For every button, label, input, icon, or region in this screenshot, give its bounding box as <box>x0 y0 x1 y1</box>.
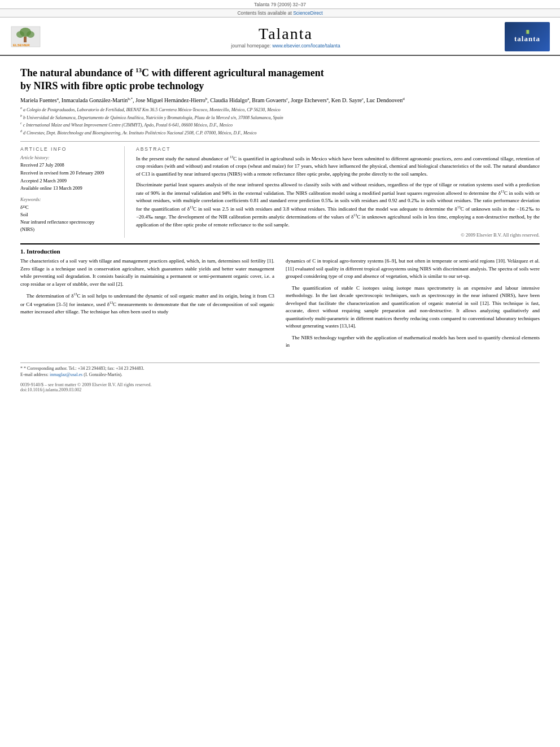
keywords-label: Keywords: <box>20 196 117 202</box>
talanta-logo: 📗 talanta <box>505 22 550 51</box>
affiliation-d: d d Cinvestav, Dept. Biotechnology and B… <box>20 129 540 137</box>
abstract-column: ABSTRACT In the present study the natura… <box>136 146 540 238</box>
article-info-abstract: ARTICLE INFO Article history: Received 2… <box>20 146 540 238</box>
svg-text:ELSEVIER: ELSEVIER <box>13 43 30 47</box>
issn-line: 0039-9140/$ – see front matter © 2009 El… <box>20 382 540 387</box>
intro-para-4: The quantification of stable C isotopes … <box>286 285 540 330</box>
footnote-corresponding: * * Corresponding author. Tel.: +34 23 2… <box>20 365 540 372</box>
divider-1 <box>20 141 540 142</box>
page: Talanta 79 (2009) 32–37 Contents lists a… <box>0 0 560 747</box>
title-superscript: 13 <box>135 67 142 73</box>
affiliation-a: a a Colegio de Postgraduados, Laboratori… <box>20 106 540 113</box>
journal-header: Talanta 79 (2009) 32–37 Contents lists a… <box>0 0 560 56</box>
abstract-para-2: Discriminate partial least squares analy… <box>136 181 540 229</box>
received-date: Received 27 July 2008 <box>20 162 117 169</box>
journal-title-area: Talanta journal homepage: www.elsevier.c… <box>67 25 505 49</box>
svg-point-3 <box>27 31 34 38</box>
title-part1: The natural abundance of <box>20 67 135 78</box>
keywords-section: Keywords: δ¹³C Soil Near infrared reflec… <box>20 196 117 233</box>
intro-para-2: The determination of δ13C in soil helps … <box>20 292 274 316</box>
divider-2 <box>20 243 540 244</box>
email-label-text: E-mail address: <box>20 372 49 377</box>
talanta-logo-text: talanta <box>514 34 540 43</box>
article-title: The natural abundance of 13C with differ… <box>20 66 540 93</box>
contents-label: Contents lists available at <box>237 10 291 16</box>
body-columns: The characteristics of a soil vary with … <box>20 257 540 353</box>
copyright: © 2009 Elsevier B.V. All rights reserved… <box>136 232 540 238</box>
history-label: Article history: <box>20 155 117 160</box>
article-body: The natural abundance of 13C with differ… <box>0 56 560 401</box>
intro-para-3: dynamics of C in tropical agro-forestry … <box>286 257 540 281</box>
footnotes: * * Corresponding author. Tel.: +34 23 2… <box>20 362 540 378</box>
keyword-2: Soil <box>20 211 117 219</box>
section-1-title: 1. Introduction <box>20 248 540 255</box>
body-col-left: The characteristics of a soil vary with … <box>20 257 274 353</box>
available-date: Available online 13 March 2009 <box>20 185 117 192</box>
svg-rect-4 <box>24 37 27 42</box>
email-link[interactable]: inmaglaz@usal.es <box>50 372 82 377</box>
body-col-right: dynamics of C in tropical agro-forestry … <box>286 257 540 353</box>
article-info-heading: ARTICLE INFO <box>20 146 117 152</box>
authors-line: Mariela Fuentesa, Inmaculada González-Ma… <box>20 97 540 103</box>
elsevier-logo: ELSEVIER <box>10 25 67 48</box>
affiliation-c: c c International Maize and Wheat Improv… <box>20 121 540 129</box>
sciencedirect-link[interactable]: ScienceDirect <box>293 10 322 16</box>
intro-para-1: The characteristics of a soil vary with … <box>20 257 274 288</box>
accepted-date: Accepted 2 March 2009 <box>20 178 117 185</box>
svg-point-2 <box>16 31 24 38</box>
journal-homepage: journal homepage: www.elsevier.com/locat… <box>67 43 505 49</box>
homepage-label: journal homepage: <box>231 43 272 49</box>
abstract-text: In the present study the natural abundan… <box>136 155 540 229</box>
homepage-link[interactable]: www.elsevier.com/locate/talanta <box>272 43 340 49</box>
article-info-column: ARTICLE INFO Article history: Received 2… <box>20 146 125 238</box>
title-line2: by NIRS with fibre optic probe technolog… <box>20 80 204 91</box>
talanta-logo-top: 📗 <box>525 30 530 34</box>
journal-name: Talanta <box>67 25 505 43</box>
keyword-1: δ¹³C <box>20 204 117 211</box>
affiliation-b: b b Universidad de Salamanca, Departamen… <box>20 113 540 121</box>
intro-para-5: The NIRS technology together with the ap… <box>286 334 540 350</box>
abstract-para-1: In the present study the natural abundan… <box>136 155 540 178</box>
abstract-heading: ABSTRACT <box>136 146 540 152</box>
issue-info: Talanta 79 (2009) 32–37 <box>254 2 306 7</box>
title-part2: C with different agricultural management <box>142 67 324 78</box>
doi-line: doi:10.1016/j.talanta.2009.03.002 <box>20 387 540 392</box>
footer-ids: 0039-9140/$ – see front matter © 2009 El… <box>20 382 540 392</box>
email-suffix: (I. González-Martín). <box>84 372 123 377</box>
revised-date: Received in revised form 20 February 200… <box>20 170 117 177</box>
footnote-email: E-mail address: inmaglaz@usal.es (I. Gon… <box>20 372 540 378</box>
corresponding-author-text: * Corresponding author. Tel.: +34 23 294… <box>24 366 144 371</box>
elsevier-tree-icon: ELSEVIER <box>10 25 41 48</box>
affiliations: a a Colegio de Postgraduados, Laboratori… <box>20 106 540 137</box>
keyword-3: Near infrared reflectance spectroscopy(N… <box>20 219 117 233</box>
